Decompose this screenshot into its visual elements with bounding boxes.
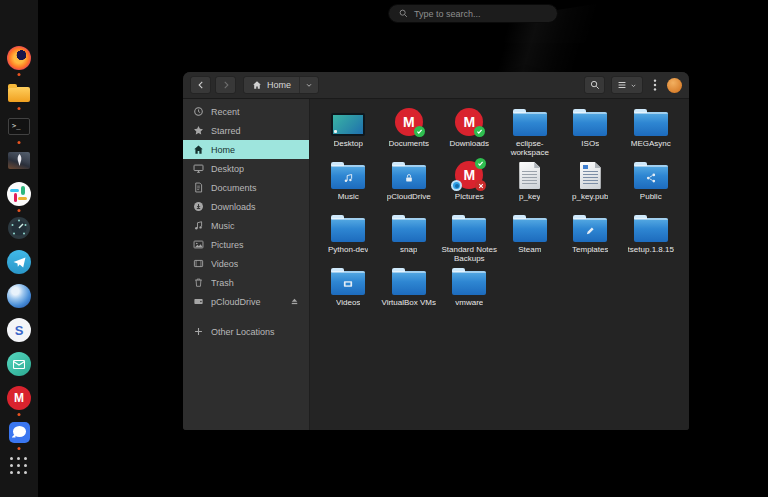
location-menu-button[interactable] [299, 77, 318, 93]
sidebar-item-other-locations[interactable]: Other Locations [183, 322, 309, 341]
file-item-public[interactable]: Public [621, 157, 682, 210]
telegram-icon [7, 250, 31, 274]
running-indicator [18, 73, 21, 76]
dock-item-signal[interactable] [7, 420, 31, 444]
sidebar-item-trash[interactable]: Trash [183, 273, 309, 292]
sidebar-item-label: Videos [211, 259, 238, 269]
sidebar-item-label: Trash [211, 278, 234, 288]
file-item-documents[interactable]: MDocuments [379, 104, 440, 157]
file-item-snap[interactable]: snap [379, 210, 440, 263]
clock-icon [192, 106, 204, 117]
sidebar-item-pclouddrive[interactable]: pCloudDrive [183, 292, 309, 311]
dock-item-image-viewer[interactable] [7, 148, 31, 172]
file-item-p-key-pub[interactable]: p_key.pub [560, 157, 621, 210]
file-item-standard-notes-backups[interactable]: Standard Notes Backups [439, 210, 500, 263]
mail-envelope-icon [7, 352, 31, 376]
file-item-desktop[interactable]: Desktop [318, 104, 379, 157]
dock-item-files[interactable] [7, 80, 31, 104]
file-item-virtualbox-vms[interactable]: VirtualBox VMs [379, 263, 440, 316]
folder-icon [634, 112, 668, 136]
dock-item-browser[interactable] [7, 284, 31, 308]
camera-badge-icon [451, 180, 462, 191]
drive-icon [192, 296, 204, 307]
overview-search-bar[interactable]: Type to search... [388, 4, 558, 23]
chevron-down-icon [630, 82, 637, 89]
dock-item-app-grid[interactable] [7, 454, 31, 478]
dock-item-terminal[interactable]: >_ [7, 114, 31, 138]
folder-icon [452, 271, 486, 295]
desktop-icon [331, 113, 365, 136]
window-body: RecentStarredHomeDesktopDocumentsDownloa… [183, 99, 689, 430]
file-label: eclipse-workspace [500, 139, 560, 157]
desktop-icon [192, 163, 204, 174]
sidebar-item-recent[interactable]: Recent [183, 102, 309, 121]
search-placeholder: Type to search... [414, 9, 481, 19]
file-grid: DesktopMDocumentsMDownloadseclipse-works… [310, 99, 689, 316]
signal-icon [9, 422, 30, 443]
file-item-vmware[interactable]: vmware [439, 263, 500, 316]
dock-item-telegram[interactable] [7, 250, 31, 274]
downloads-icon [192, 201, 204, 212]
videos-icon [192, 258, 204, 269]
dock-item-firefox[interactable] [7, 46, 31, 70]
folder-icon [634, 165, 668, 189]
back-button[interactable] [190, 76, 211, 94]
path-bar[interactable]: Home [243, 76, 319, 94]
file-item-isos[interactable]: ISOs [560, 104, 621, 157]
view-toggle-button[interactable] [611, 76, 643, 94]
file-item-videos[interactable]: Videos [318, 263, 379, 316]
dock: >_SM [0, 0, 38, 497]
sidebar-item-label: Downloads [211, 202, 256, 212]
video-emblem-icon [343, 279, 354, 290]
file-view[interactable]: DesktopMDocumentsMDownloadseclipse-works… [310, 99, 689, 430]
folder-icon [392, 218, 426, 242]
synced-check-icon [414, 126, 425, 137]
file-item-pclouddrive[interactable]: pCloudDrive [379, 157, 440, 210]
dock-item-mega[interactable]: M [7, 386, 31, 410]
forward-button[interactable] [215, 76, 236, 94]
avatar[interactable] [667, 78, 682, 93]
file-item-downloads[interactable]: MDownloads [439, 104, 500, 157]
file-label: VirtualBox VMs [381, 298, 436, 307]
document-icon [192, 182, 204, 193]
folder-icon [331, 218, 365, 242]
file-item-music[interactable]: Music [318, 157, 379, 210]
file-item-tsetup-1-8-15[interactable]: tsetup.1.8.15 [621, 210, 682, 263]
file-label: Music [338, 192, 359, 201]
file-item-megasync[interactable]: MEGAsync [621, 104, 682, 157]
file-item-pictures[interactable]: MPictures [439, 157, 500, 210]
search-button[interactable] [584, 76, 605, 94]
file-item-p-key[interactable]: p_key [500, 157, 561, 210]
file-label: pCloudDrive [387, 192, 431, 201]
file-item-python-dev[interactable]: Python-dev [318, 210, 379, 263]
menu-button[interactable] [649, 76, 661, 94]
dock-item-gauge-app[interactable] [7, 216, 31, 240]
browser-globe-icon [7, 284, 31, 308]
location-button[interactable]: Home [244, 80, 299, 90]
sidebar-item-documents[interactable]: Documents [183, 178, 309, 197]
sidebar-item-starred[interactable]: Starred [183, 121, 309, 140]
file-item-templates[interactable]: Templates [560, 210, 621, 263]
folder-icon [634, 218, 668, 242]
sidebar-item-music[interactable]: Music [183, 216, 309, 235]
file-label: tsetup.1.8.15 [628, 245, 674, 254]
sidebar-item-label: Music [211, 221, 235, 231]
sidebar-item-home[interactable]: Home [183, 140, 309, 159]
folder-icon [331, 165, 365, 189]
running-indicator [18, 107, 21, 110]
sidebar-item-downloads[interactable]: Downloads [183, 197, 309, 216]
sidebar-item-desktop[interactable]: Desktop [183, 159, 309, 178]
sidebar-item-videos[interactable]: Videos [183, 254, 309, 273]
file-item-eclipse-workspace[interactable]: eclipse-workspace [500, 104, 561, 157]
eject-icon[interactable] [289, 296, 300, 307]
dock-item-mail[interactable] [7, 352, 31, 376]
mega-icon: M [455, 108, 483, 136]
sidebar-item-pictures[interactable]: Pictures [183, 235, 309, 254]
music-emblem-icon [343, 173, 354, 184]
dock-item-standard-notes[interactable]: S [7, 318, 31, 342]
slack-icon [7, 182, 31, 206]
file-label: Videos [336, 298, 360, 307]
file-item-steam[interactable]: Steam [500, 210, 561, 263]
file-label: ISOs [581, 139, 599, 148]
dock-item-slack[interactable] [7, 182, 31, 206]
